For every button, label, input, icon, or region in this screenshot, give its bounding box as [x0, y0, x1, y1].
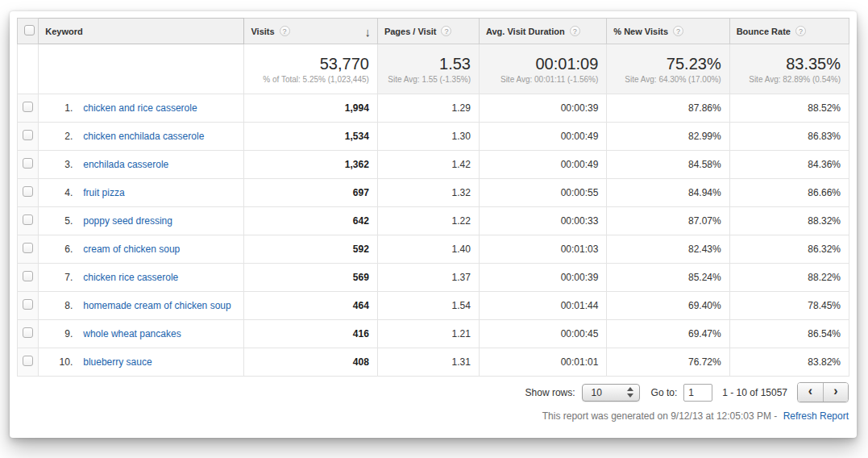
rank-label: 7.: [45, 272, 73, 283]
previous-page-button[interactable]: ‹: [798, 383, 823, 402]
pages-per-visit-cell: 1.22: [377, 207, 479, 235]
keyword-link[interactable]: chicken and rice casserole: [83, 102, 197, 114]
pages-header-label: Pages / Visit: [384, 27, 437, 36]
keyword-link[interactable]: poppy seed dressing: [83, 215, 172, 227]
keyword-link[interactable]: chicken rice casserole: [83, 272, 178, 283]
summary-empty-cell: [18, 44, 39, 94]
refresh-report-link[interactable]: Refresh Report: [783, 410, 849, 422]
pages-per-visit-cell: 1.30: [377, 123, 479, 151]
row-checkbox[interactable]: [23, 327, 33, 338]
summary-visits-cell: 53,770% of Total: 5.25% (1,023,445): [244, 44, 377, 94]
summary-pages-cell: 1.53Site Avg: 1.55 (-1.35%): [377, 44, 479, 94]
column-header-avg-visit-duration[interactable]: Avg. Visit Duration?: [479, 19, 606, 44]
table-row: 4.fruit pizza 697 1.32 00:00:55 84.94% 8…: [18, 179, 849, 207]
visits-cell: 464: [244, 292, 377, 320]
keyword-link[interactable]: fruit pizza: [83, 187, 124, 198]
new-visits-cell: 84.58%: [607, 151, 729, 179]
page-nav-group: ‹ ›: [797, 382, 849, 402]
column-header-visits[interactable]: Visits? ↓: [244, 19, 377, 44]
row-checkbox[interactable]: [23, 299, 33, 310]
pages-per-visit-cell: 1.29: [377, 94, 479, 123]
keywords-table: Keyword Visits? ↓ Pages / Visit? Avg. Vi…: [17, 18, 849, 377]
pages-per-visit-cell: 1.31: [377, 348, 479, 377]
help-icon[interactable]: ?: [280, 26, 290, 36]
avg-visit-duration-cell: 00:01:03: [479, 235, 606, 264]
bounce-rate-cell: 86.54%: [729, 320, 849, 348]
visits-cell: 569: [244, 264, 377, 292]
row-checkbox[interactable]: [23, 130, 33, 140]
checkbox-cell: [18, 235, 39, 264]
pages-per-visit-cell: 1.21: [377, 320, 479, 348]
keyword-link[interactable]: enchilada casserole: [83, 159, 168, 170]
generated-text: This report was generated on 9/12/13 at …: [542, 410, 778, 422]
keyword-report-card: Keyword Visits? ↓ Pages / Visit? Avg. Vi…: [10, 11, 857, 438]
row-checkbox[interactable]: [23, 102, 33, 112]
show-rows-label: Show rows:: [525, 387, 575, 398]
show-rows-select[interactable]: 10: [582, 384, 640, 402]
keyword-cell: 10.blueberry sauce: [39, 348, 244, 377]
avg-visit-duration-cell: 00:00:45: [479, 320, 606, 348]
next-page-button[interactable]: ›: [823, 383, 848, 402]
visits-header-label: Visits: [251, 27, 274, 36]
new-visits-cell: 82.99%: [607, 123, 729, 151]
pages-per-visit-cell: 1.40: [377, 235, 479, 264]
bounce-rate-cell: 78.45%: [729, 292, 849, 320]
row-checkbox[interactable]: [23, 271, 33, 281]
keyword-cell: 4.fruit pizza: [39, 179, 244, 207]
row-checkbox[interactable]: [23, 158, 33, 169]
table-row: 9.whole wheat pancakes 416 1.21 00:00:45…: [18, 320, 849, 348]
visits-cell: 1,994: [244, 94, 377, 123]
table-row: 8.homemade cream of chicken soup 464 1.5…: [18, 292, 849, 320]
summary-pages-subtext: Site Avg: 1.55 (-1.35%): [378, 75, 471, 84]
new-visits-cell: 82.43%: [607, 235, 729, 264]
bounce-rate-cell: 88.32%: [729, 207, 849, 235]
table-row: 10.blueberry sauce 408 1.31 00:01:01 76.…: [18, 348, 849, 377]
checkbox-cell: [18, 320, 39, 348]
summary-new-visits-subtext: Site Avg: 64.30% (17.00%): [607, 75, 721, 84]
rank-label: 3.: [45, 159, 73, 170]
header-row: Keyword Visits? ↓ Pages / Visit? Avg. Vi…: [18, 19, 849, 44]
row-checkbox[interactable]: [23, 356, 33, 366]
row-range-text: 1 - 10 of 15057: [722, 387, 787, 398]
pagination-bar: Show rows: 10 Go to: 1 - 10 of 15057 ‹ ›: [17, 382, 849, 402]
checkbox-cell: [18, 179, 39, 207]
rank-label: 9.: [45, 328, 73, 339]
row-checkbox[interactable]: [23, 214, 33, 225]
rank-label: 5.: [45, 215, 73, 227]
help-icon[interactable]: ?: [441, 26, 451, 36]
bounce-rate-cell: 86.83%: [729, 123, 849, 151]
checkbox-cell: [18, 207, 39, 235]
rank-label: 4.: [45, 187, 73, 198]
help-icon[interactable]: ?: [795, 26, 806, 36]
column-header-bounce-rate[interactable]: Bounce Rate?: [729, 19, 849, 44]
keyword-link[interactable]: cream of chicken soup: [83, 244, 180, 255]
keyword-header-label: Keyword: [45, 27, 82, 36]
keyword-link[interactable]: blueberry sauce: [83, 356, 152, 368]
goto-page-input[interactable]: [683, 384, 712, 402]
row-checkbox[interactable]: [23, 243, 33, 253]
checkbox-cell: [18, 123, 39, 151]
help-icon[interactable]: ?: [570, 26, 580, 36]
keyword-cell: 8.homemade cream of chicken soup: [39, 292, 244, 320]
keyword-link[interactable]: whole wheat pancakes: [83, 328, 181, 339]
avg-visit-duration-cell: 00:01:01: [479, 348, 606, 377]
column-header-pages-per-visit[interactable]: Pages / Visit?: [377, 19, 479, 44]
avg-visit-duration-cell: 00:00:33: [479, 207, 606, 235]
visits-cell: 416: [244, 320, 377, 348]
keyword-link[interactable]: homemade cream of chicken soup: [83, 300, 230, 311]
new-visits-header-label: % New Visits: [613, 27, 668, 36]
rank-label: 2.: [45, 131, 73, 142]
visits-cell: 592: [244, 235, 377, 264]
summary-duration-subtext: Site Avg: 00:01:11 (-1.56%): [480, 75, 598, 84]
keyword-link[interactable]: chicken enchilada casserole: [83, 131, 204, 142]
visits-cell: 1,534: [244, 123, 377, 151]
help-icon[interactable]: ?: [673, 26, 683, 36]
bounce-rate-cell: 84.36%: [729, 151, 849, 179]
column-header-new-visits[interactable]: % New Visits?: [607, 19, 729, 44]
select-all-checkbox[interactable]: [24, 25, 35, 35]
row-checkbox[interactable]: [23, 186, 33, 197]
new-visits-cell: 76.72%: [607, 348, 729, 377]
keyword-cell: 5.poppy seed dressing: [39, 207, 244, 235]
keyword-cell: 1.chicken and rice casserole: [39, 94, 244, 123]
column-header-keyword[interactable]: Keyword: [39, 19, 244, 44]
